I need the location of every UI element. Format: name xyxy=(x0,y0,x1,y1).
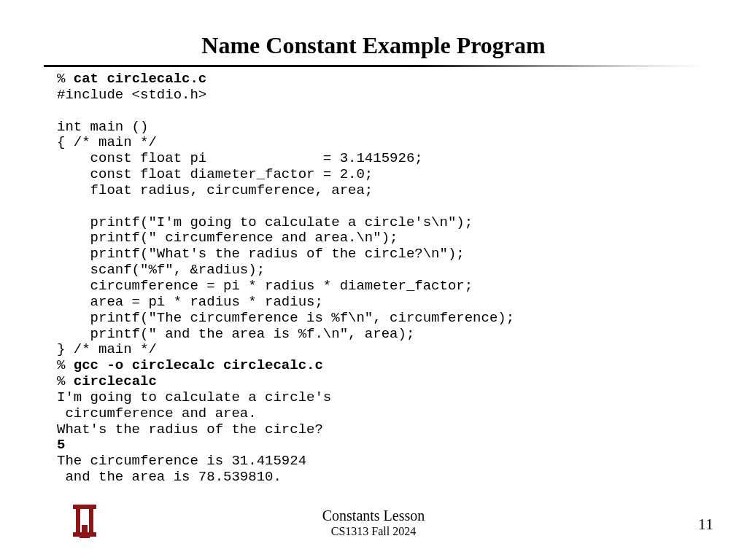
code-line: int main () xyxy=(57,119,148,135)
output-line: The circumference is 31.415924 xyxy=(57,453,306,469)
prompt: % xyxy=(57,71,74,87)
code-line: circumference = pi * radius * diameter_f… xyxy=(57,278,473,294)
output-line: circumference and area. xyxy=(57,405,257,421)
footer-center: Constants Lesson CS1313 Fall 2024 xyxy=(0,507,747,538)
page-number: 11 xyxy=(698,515,713,534)
cmd-gcc: gcc -o circlecalc circlecalc.c xyxy=(74,357,323,373)
code-line: printf(" circumference and area.\n"); xyxy=(57,230,398,246)
slide: Name Constant Example Program % cat circ… xyxy=(0,0,747,560)
footer: Constants Lesson CS1313 Fall 2024 11 xyxy=(0,497,747,538)
code-line: printf("What's the radius of the circle?… xyxy=(57,246,465,262)
code-line: const float diameter_factor = 2.0; xyxy=(57,166,373,182)
output-line: and the area is 78.539810. xyxy=(57,469,282,485)
prompt: % xyxy=(57,373,74,389)
slide-title: Name Constant Example Program xyxy=(0,0,747,65)
code-line: #include <stdio.h> xyxy=(57,87,206,103)
course-label: CS1313 Fall 2024 xyxy=(0,524,747,538)
code-line: printf(" and the area is %f.\n", area); xyxy=(57,326,414,342)
code-line: area = pi * radius * radius; xyxy=(57,294,323,310)
code-line: float radius, circumference, area; xyxy=(57,182,373,198)
cmd-cat: cat circlecalc.c xyxy=(74,71,206,87)
output-line: What's the radius of the circle? xyxy=(57,421,323,438)
title-rule xyxy=(44,65,703,67)
code-block: % cat circlecalc.c #include <stdio.h> in… xyxy=(0,71,747,486)
code-line: } /* main */ xyxy=(57,341,157,357)
cmd-run: circlecalc xyxy=(74,373,157,389)
output-line: I'm going to calculate a circle's xyxy=(57,389,331,405)
code-line: { /* main */ xyxy=(57,134,157,150)
lesson-title: Constants Lesson xyxy=(0,507,747,524)
code-line: printf("I'm going to calculate a circle'… xyxy=(57,214,473,230)
code-line: const float pi = 3.1415926; xyxy=(57,150,423,166)
prompt: % xyxy=(57,357,74,373)
code-line: printf("The circumference is %f\n", circ… xyxy=(57,310,514,326)
user-input: 5 xyxy=(57,437,65,453)
code-line: scanf("%f", &radius); xyxy=(57,262,265,278)
